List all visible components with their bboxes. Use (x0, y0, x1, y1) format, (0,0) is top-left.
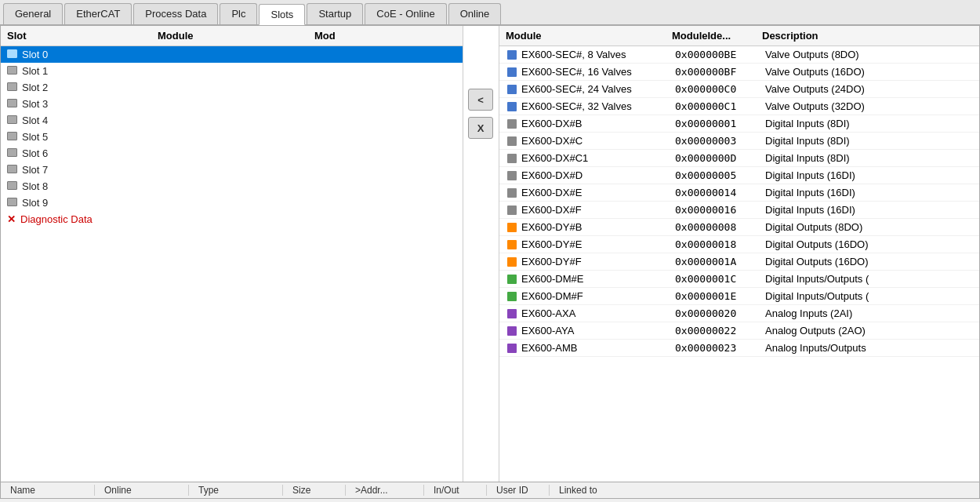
status-bar: Name Online Type Size >Addr... In/Out Us… (1, 482, 979, 498)
sb-userid: User ID (487, 485, 550, 496)
module-name-15: EX600-AXA (521, 307, 675, 319)
module-row-9[interactable]: EX600-DX#F0x00000016Digital Inputs (16DI… (499, 202, 979, 219)
remove-button[interactable]: X (468, 117, 493, 139)
module-row-4[interactable]: EX600-DX#B0x00000001Digital Inputs (8DI) (499, 115, 979, 133)
module-id-10: 0x00000008 (675, 221, 765, 233)
module-name-0: EX600-SEC#, 8 Valves (521, 49, 675, 60)
module-desc-11: Digital Outputs (16DO) (765, 238, 979, 250)
sb-addr: >Addr... (346, 485, 424, 496)
module-name-13: EX600-DM#E (521, 273, 675, 285)
module-row-6[interactable]: EX600-DX#C10x0000000DDigital Inputs (8DI… (499, 150, 979, 167)
module-row-16[interactable]: EX600-AYA0x00000022Analog Outputs (2AO) (499, 322, 979, 340)
module-desc-3: Valve Outputs (32DO) (765, 100, 979, 112)
slot-label-0: Slot 0 (22, 49, 48, 60)
slot-icon-9 (7, 197, 17, 209)
module-icon-0 (506, 49, 518, 60)
module-id-11: 0x00000018 (675, 238, 765, 250)
right-panel: Module ModuleIde... Description EX600-SE… (499, 26, 979, 482)
module-row-2[interactable]: EX600-SEC#, 24 Valves0x000000C0Valve Out… (499, 81, 979, 98)
module-name-6: EX600-DX#C1 (521, 152, 675, 164)
module-id-5: 0x00000003 (675, 135, 765, 147)
module-desc-1: Valve Outputs (16DO) (765, 66, 979, 78)
module-row-3[interactable]: EX600-SEC#, 32 Valves0x000000C1Valve Out… (499, 98, 979, 115)
module-row-14[interactable]: EX600-DM#F0x0000001EDigital Inputs/Outpu… (499, 288, 979, 305)
module-icon-17 (506, 343, 518, 354)
tab-plc[interactable]: Plc (220, 3, 257, 24)
tab-ethercat[interactable]: EtherCAT (64, 3, 132, 24)
col-header-mod2: Mod (314, 30, 463, 42)
module-name-7: EX600-DX#D (521, 169, 675, 181)
module-id-1: 0x000000BF (675, 66, 765, 78)
module-desc-9: Digital Inputs (16DI) (765, 204, 979, 216)
module-row-1[interactable]: EX600-SEC#, 16 Valves0x000000BFValve Out… (499, 64, 979, 81)
right-col-header-module: Module (499, 30, 672, 42)
tab-startup[interactable]: Startup (307, 3, 363, 24)
tab-slots[interactable]: Slots (259, 4, 305, 25)
sb-linked: Linked to (550, 485, 979, 496)
slot-icon-6 (7, 147, 17, 159)
module-row-11[interactable]: EX600-DY#E0x00000018Digital Outputs (16D… (499, 236, 979, 253)
module-icon-14 (506, 291, 518, 302)
module-desc-6: Digital Inputs (8DI) (765, 152, 979, 164)
module-name-12: EX600-DY#F (521, 256, 675, 267)
slot-label-9: Slot 9 (22, 197, 48, 209)
col-header-slot: Slot (1, 30, 158, 42)
module-name-4: EX600-DX#B (521, 118, 675, 129)
module-row-5[interactable]: EX600-DX#C0x00000003Digital Inputs (8DI) (499, 133, 979, 150)
module-row-10[interactable]: EX600-DY#B0x00000008Digital Outputs (8DO… (499, 219, 979, 236)
module-row-15[interactable]: EX600-AXA0x00000020Analog Inputs (2AI) (499, 305, 979, 322)
module-row-7[interactable]: EX600-DX#D0x00000005Digital Inputs (16DI… (499, 167, 979, 184)
module-icon-6 (506, 153, 518, 164)
slot-label-5: Slot 5 (22, 131, 48, 143)
module-name-17: EX600-AMB (521, 342, 675, 354)
module-desc-13: Digital Inputs/Outputs ( (765, 273, 979, 285)
slot-row-8[interactable]: Slot 8 (1, 178, 463, 195)
module-row-8[interactable]: EX600-DX#E0x00000014Digital Inputs (16DI… (499, 184, 979, 202)
module-row-0[interactable]: EX600-SEC#, 8 Valves0x000000BEValve Outp… (499, 46, 979, 64)
tab-bar: GeneralEtherCATProcess DataPlcSlotsStart… (0, 0, 980, 25)
module-icon-3 (506, 101, 518, 112)
module-desc-17: Analog Inputs/Outputs (765, 342, 979, 354)
sb-name: Name (1, 485, 95, 496)
diagnostic-label: Diagnostic Data (20, 213, 93, 225)
tab-coe---online[interactable]: CoE - Online (365, 3, 446, 24)
tab-general[interactable]: General (3, 3, 63, 24)
slot-row-1[interactable]: Slot 1 (1, 63, 463, 79)
module-row-13[interactable]: EX600-DM#E0x0000001CDigital Inputs/Outpu… (499, 271, 979, 288)
module-id-12: 0x0000001A (675, 256, 765, 267)
module-desc-4: Digital Inputs (8DI) (765, 118, 979, 129)
module-id-9: 0x00000016 (675, 204, 765, 216)
module-name-16: EX600-AYA (521, 325, 675, 336)
module-icon-13 (506, 274, 518, 285)
slot-row-3[interactable]: Slot 3 (1, 96, 463, 112)
module-id-4: 0x00000001 (675, 118, 765, 129)
module-icon-9 (506, 205, 518, 216)
slot-row-4[interactable]: Slot 4 (1, 112, 463, 129)
slot-row-6[interactable]: Slot 6 (1, 145, 463, 162)
slot-row-2[interactable]: Slot 2 (1, 79, 463, 96)
module-icon-12 (506, 256, 518, 267)
module-row-17[interactable]: EX600-AMB0x00000023Analog Inputs/Outputs (499, 340, 979, 357)
module-desc-14: Digital Inputs/Outputs ( (765, 290, 979, 302)
diagnostic-data-row[interactable]: ✕Diagnostic Data (1, 211, 463, 227)
slot-row-9[interactable]: Slot 9 (1, 195, 463, 211)
module-icon-8 (506, 187, 518, 198)
module-name-1: EX600-SEC#, 16 Valves (521, 66, 675, 78)
module-icon-2 (506, 84, 518, 95)
module-icon-10 (506, 222, 518, 233)
assign-button[interactable]: < (468, 89, 493, 111)
tab-online[interactable]: Online (448, 3, 502, 24)
slot-row-7[interactable]: Slot 7 (1, 162, 463, 178)
slot-row-5[interactable]: Slot 5 (1, 129, 463, 145)
slot-label-3: Slot 3 (22, 98, 48, 110)
module-row-12[interactable]: EX600-DY#F0x0000001ADigital Outputs (16D… (499, 253, 979, 271)
tab-process-data[interactable]: Process Data (133, 3, 218, 24)
col-header-module: Module (158, 30, 314, 42)
slot-icon-3 (7, 98, 17, 110)
right-col-header-modid: ModuleIde... (672, 30, 762, 42)
diagnostic-icon: ✕ (7, 213, 16, 225)
slot-label-6: Slot 6 (22, 147, 48, 159)
slot-row-0[interactable]: Slot 0 (1, 46, 463, 63)
sb-type: Type (189, 485, 283, 496)
module-desc-16: Analog Outputs (2AO) (765, 325, 979, 336)
